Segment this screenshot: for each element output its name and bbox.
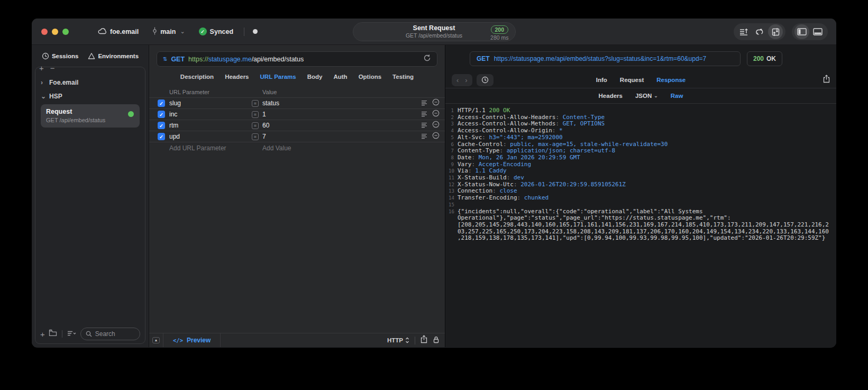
add-param-placeholder[interactable]: Add URL Parameter — [169, 144, 252, 152]
tab-response[interactable]: Response — [656, 77, 686, 83]
param-name[interactable]: upd — [169, 133, 252, 140]
collapse-panel-button[interactable]: ▲ — [149, 333, 163, 347]
history-button[interactable] — [477, 74, 494, 86]
forward-button[interactable]: › — [465, 76, 467, 84]
add-param-row[interactable]: Add URL Parameter Add Value — [149, 142, 445, 153]
zoom-button[interactable] — [62, 29, 69, 35]
footer-right-controls: HTTP — [387, 335, 445, 346]
sidebar-panel-icon — [797, 28, 807, 35]
back-button[interactable]: ‹ — [456, 76, 459, 84]
tree-group-foe-email[interactable]: › Foe.email — [41, 76, 140, 89]
chevron-down-icon: ⌄ — [180, 28, 185, 35]
tab-testing[interactable]: Testing — [392, 74, 414, 80]
close-button[interactable] — [41, 29, 48, 35]
line-number: 7 — [449, 148, 458, 155]
header-separator: : — [507, 174, 514, 181]
toggle-bottom-panel-button[interactable] — [810, 24, 825, 39]
export-response-button[interactable] — [823, 75, 830, 85]
value-options-button[interactable] — [421, 110, 427, 119]
preview-button[interactable]: </> Preview — [163, 333, 221, 347]
sort-filter-button[interactable] — [67, 329, 77, 339]
resend-request-button[interactable] — [423, 54, 431, 64]
method-stepper-icon[interactable]: ⇅ — [163, 56, 167, 62]
sent-request-status: 200 280 ms — [490, 24, 508, 41]
tab-headers[interactable]: Headers — [225, 74, 249, 80]
tab-body[interactable]: Body — [307, 74, 323, 80]
param-enabled-checkbox[interactable]: ✓ — [158, 133, 165, 140]
add-value-placeholder[interactable]: Add Value — [262, 144, 440, 152]
request-url[interactable]: https://statuspage.me/api/embed/status — [188, 56, 304, 63]
bottom-panel-icon — [813, 28, 823, 35]
sent-request-pill[interactable]: Sent Request GET /api/embed/status 200 2… — [353, 22, 516, 41]
toggle-sidebar-button[interactable] — [794, 24, 809, 39]
remove-param-button[interactable] — [432, 110, 440, 119]
param-value[interactable]: status — [262, 99, 421, 107]
param-row[interactable]: ✓ rtm = 60 — [149, 120, 445, 131]
line-number: 1 — [449, 107, 458, 114]
remove-param-button[interactable] — [432, 121, 440, 130]
layout-toggle-group — [792, 23, 828, 40]
subtab-json[interactable]: JSON⌄ — [635, 93, 658, 99]
header-name: Cache-Control — [458, 141, 503, 148]
sync-status[interactable]: ✓ Synced — [199, 28, 233, 35]
tab-auth[interactable]: Auth — [333, 74, 347, 80]
search-input[interactable]: Search — [80, 328, 140, 340]
export-lines-button[interactable] — [736, 24, 751, 39]
folder-plus-icon — [49, 329, 57, 337]
param-row[interactable]: ✓ slug = status — [149, 98, 445, 109]
subtab-headers[interactable]: Headers — [599, 93, 623, 99]
header-value: h3=":443"; ma=2592000 — [489, 134, 563, 141]
remove-session-button[interactable]: − — [50, 64, 55, 69]
tab-url-params[interactable]: URL Params — [260, 74, 296, 80]
loop-button[interactable] — [752, 24, 767, 39]
remove-param-button[interactable] — [432, 132, 440, 141]
value-options-button[interactable] — [421, 132, 427, 141]
header-separator: : — [468, 167, 475, 174]
value-options-button[interactable] — [421, 121, 427, 130]
param-value[interactable]: 1 — [262, 111, 421, 118]
tab-environments[interactable]: Environments — [88, 52, 139, 60]
lock-button[interactable] — [433, 335, 440, 346]
code-line: 14Transfer-Encoding: chunked — [449, 195, 832, 202]
request-url-bar[interactable]: ⇅ GET https://statuspage.me/api/embed/st… — [157, 51, 437, 67]
response-raw-view[interactable]: 1HTTP/1.1 200 OK 2Access-Control-Allow-H… — [445, 104, 836, 347]
titlebar-divider — [244, 28, 244, 36]
transfer-panel-button[interactable] — [768, 24, 783, 39]
minimize-button[interactable] — [52, 29, 58, 35]
request-list-item[interactable]: Request GET /api/embed/status — [41, 104, 140, 128]
tab-environments-label: Environments — [98, 53, 139, 59]
tree-group-hsp[interactable]: ⌄ HSP — [41, 89, 140, 103]
status-code: 200 — [753, 55, 764, 62]
param-row[interactable]: ✓ upd = 7 — [149, 131, 445, 142]
add-session-button[interactable]: + — [39, 64, 44, 69]
tab-info[interactable]: Info — [596, 77, 607, 83]
protocol-selector[interactable]: HTTP — [387, 337, 409, 343]
align-lines-icon — [421, 111, 427, 117]
param-name[interactable]: rtm — [169, 122, 252, 129]
request-method[interactable]: GET — [171, 56, 185, 63]
param-row[interactable]: ✓ inc = 1 — [149, 109, 445, 120]
param-enabled-checkbox[interactable]: ✓ — [158, 99, 165, 107]
tab-request[interactable]: Request — [620, 77, 644, 83]
loop-icon — [755, 28, 764, 36]
param-value[interactable]: 60 — [262, 122, 421, 129]
response-url-bar[interactable]: GET https://statuspage.me/api/embed/stat… — [470, 51, 741, 66]
value-options-button[interactable] — [421, 98, 427, 108]
share-button[interactable] — [421, 335, 427, 346]
subtab-raw[interactable]: Raw — [671, 93, 683, 99]
sessions-panel: › Foe.email ⌄ HSP Request GET /api/embed… — [35, 67, 145, 344]
remove-param-button[interactable] — [432, 98, 440, 108]
branch-selector[interactable]: main ⌄ — [152, 27, 185, 37]
tab-description[interactable]: Description — [180, 74, 214, 80]
tab-options[interactable]: Options — [359, 74, 381, 80]
param-enabled-checkbox[interactable]: ✓ — [158, 111, 165, 118]
header-separator: : — [503, 141, 510, 148]
project-menu[interactable]: foe.email — [98, 28, 139, 36]
new-folder-button[interactable] — [49, 329, 57, 339]
param-value[interactable]: 7 — [262, 133, 421, 140]
add-request-button[interactable]: + — [40, 330, 45, 338]
param-enabled-checkbox[interactable]: ✓ — [158, 122, 165, 129]
param-name[interactable]: slug — [169, 99, 252, 107]
param-name[interactable]: inc — [169, 111, 252, 118]
tab-sessions[interactable]: Sessions — [42, 52, 79, 60]
